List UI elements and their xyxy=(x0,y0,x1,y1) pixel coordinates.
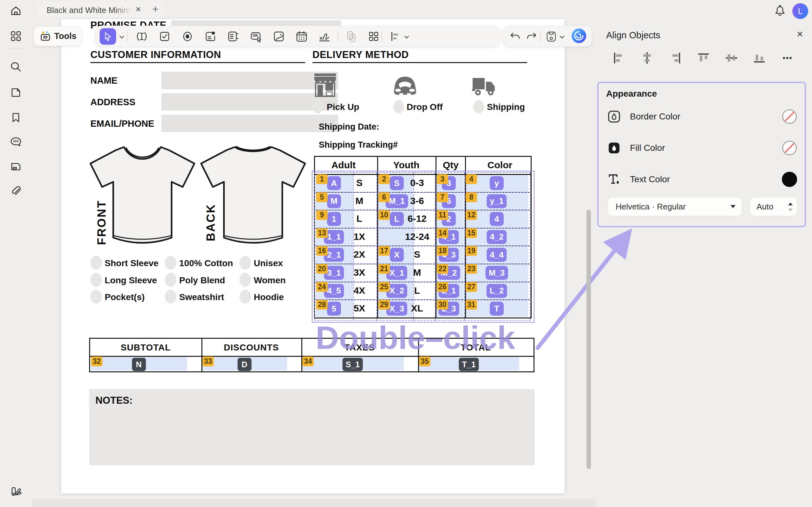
delivery-radio[interactable] xyxy=(312,100,323,113)
align-tool-button[interactable] xyxy=(389,31,401,43)
vertical-scrollbar[interactable] xyxy=(587,210,591,469)
garment-option-label: 100% Cotton xyxy=(179,258,233,268)
calc-field-name-chip[interactable]: S_1 xyxy=(343,358,363,371)
field-name-chip[interactable]: y_1 xyxy=(487,194,507,208)
redo-button[interactable] xyxy=(525,31,538,43)
field-name-chip[interactable]: A xyxy=(327,176,341,190)
toolbar-divider xyxy=(382,31,382,42)
align-left-button[interactable] xyxy=(612,51,625,65)
field-name-chip[interactable]: T xyxy=(490,302,504,316)
combo-box-tool-button[interactable] xyxy=(227,31,239,43)
notes-area[interactable] xyxy=(89,389,535,465)
text-field-tool-button[interactable] xyxy=(136,31,148,43)
apps-grid-icon[interactable] xyxy=(9,30,22,43)
tab-order-badge: 25 xyxy=(378,282,390,292)
align-tool-chevron-icon[interactable] xyxy=(404,35,409,39)
garment-checkbox[interactable] xyxy=(90,256,102,270)
align-center-vertical-button[interactable] xyxy=(724,51,739,65)
garment-checkbox[interactable] xyxy=(165,256,176,270)
size-cell-text: M xyxy=(413,267,421,278)
radio-button-tool-button[interactable] xyxy=(182,31,194,43)
tools-button[interactable]: Tools xyxy=(34,26,82,46)
search-icon[interactable] xyxy=(9,61,22,73)
save-button[interactable] xyxy=(545,31,557,43)
field-selection-divider xyxy=(314,210,531,210)
document-tab[interactable]: Black and White Minimalist ✕ xyxy=(38,2,165,16)
garment-checkbox[interactable] xyxy=(240,256,251,270)
notes-label: NOTES: xyxy=(96,395,133,406)
tab-close-icon[interactable]: ✕ xyxy=(133,4,143,14)
new-tab-button[interactable]: + xyxy=(150,3,161,14)
garment-option-label: Women xyxy=(254,275,286,285)
address-field[interactable] xyxy=(161,93,338,111)
field-name-chip[interactable]: S xyxy=(390,176,404,190)
home-button[interactable] xyxy=(9,4,22,17)
size-table: AdultYouthQtyColor1AS2S0-3334y5MM6M_13-6… xyxy=(314,156,531,319)
tab-order-badge: 3 xyxy=(437,174,448,184)
align-right-button[interactable] xyxy=(669,51,682,65)
field-name-chip[interactable]: 4_4 xyxy=(487,248,507,262)
garment-option-label: Short Sleeve xyxy=(105,258,159,268)
size-cell-text: 0-3 xyxy=(410,177,424,188)
field-name-chip[interactable]: L_2 xyxy=(487,284,507,298)
delivery-radio[interactable] xyxy=(393,100,404,113)
duplicate-fields-button[interactable] xyxy=(345,31,357,43)
tab-order-badge: 7 xyxy=(437,192,448,202)
tab-order-badge: 21 xyxy=(378,264,390,274)
user-avatar[interactable]: L xyxy=(792,3,808,19)
comments-icon[interactable] xyxy=(9,135,22,148)
ai-assistant-button[interactable] xyxy=(571,28,587,44)
field-name-chip[interactable]: 4_2 xyxy=(487,230,507,244)
shirt-front-label: FRONT xyxy=(95,191,109,254)
garment-checkbox[interactable] xyxy=(90,273,102,287)
notifications-bell-icon[interactable] xyxy=(774,5,786,17)
push-button-tool-button[interactable]: OK xyxy=(250,31,262,43)
select-tool-button[interactable] xyxy=(100,28,116,45)
bookmark-icon[interactable] xyxy=(9,111,22,124)
align-bottom-button[interactable] xyxy=(752,51,766,65)
list-box-tool-button[interactable] xyxy=(204,31,216,43)
delivery-radio[interactable] xyxy=(473,100,484,113)
garment-option-label: Poly Blend xyxy=(179,275,225,285)
save-chevron-icon[interactable] xyxy=(559,35,565,39)
date-field-tool-button[interactable] xyxy=(296,31,308,43)
garment-checkbox[interactable] xyxy=(240,290,251,303)
field-name-chip[interactable]: 1 xyxy=(327,212,341,226)
name-field[interactable] xyxy=(161,72,338,89)
align-top-button[interactable] xyxy=(697,51,711,65)
field-name-chip[interactable]: 4 xyxy=(490,212,504,226)
align-more-button[interactable] xyxy=(780,51,794,65)
color-palette-icon[interactable] xyxy=(9,485,22,498)
paperclip-icon[interactable] xyxy=(9,185,22,198)
garment-checkbox[interactable] xyxy=(90,290,102,303)
arrange-fields-button[interactable] xyxy=(368,31,380,43)
attachments-card-icon[interactable] xyxy=(9,160,22,173)
email-phone-field[interactable] xyxy=(161,115,338,132)
align-center-horizontal-button[interactable] xyxy=(640,51,654,65)
checkbox-tool-button[interactable] xyxy=(159,31,171,43)
garment-checkbox[interactable] xyxy=(240,273,251,287)
signature-field-tool-button[interactable] xyxy=(318,31,331,43)
calc-field-name-chip[interactable]: D xyxy=(238,358,252,371)
field-name-chip[interactable]: L xyxy=(390,212,404,226)
panel-close-icon[interactable]: ✕ xyxy=(794,28,806,41)
garment-checkbox[interactable] xyxy=(165,290,176,303)
select-tool-chevron-icon[interactable] xyxy=(119,35,125,39)
size-cell-text: L xyxy=(414,285,420,296)
size-cell-text: 5X xyxy=(354,303,365,314)
field-name-chip[interactable]: X xyxy=(390,248,404,262)
tab-order-badge: 4 xyxy=(466,174,477,184)
field-name-chip[interactable]: 5 xyxy=(327,302,341,316)
field-name-chip[interactable]: M_3 xyxy=(486,266,508,280)
page-thumbnails-icon[interactable] xyxy=(9,86,22,99)
undo-button[interactable] xyxy=(509,31,521,43)
tools-icon xyxy=(40,31,51,42)
image-field-tool-button[interactable] xyxy=(273,31,285,43)
garment-checkbox[interactable] xyxy=(165,273,176,287)
calc-field-name-chip[interactable]: N xyxy=(132,358,146,371)
tab-order-badge: 6 xyxy=(378,192,390,202)
field-name-chip[interactable]: M xyxy=(327,194,341,208)
field-name-chip[interactable]: y xyxy=(490,176,504,190)
calc-field-name-chip[interactable]: T_1 xyxy=(459,358,478,371)
size-cell-text: 12-24 xyxy=(405,231,429,242)
